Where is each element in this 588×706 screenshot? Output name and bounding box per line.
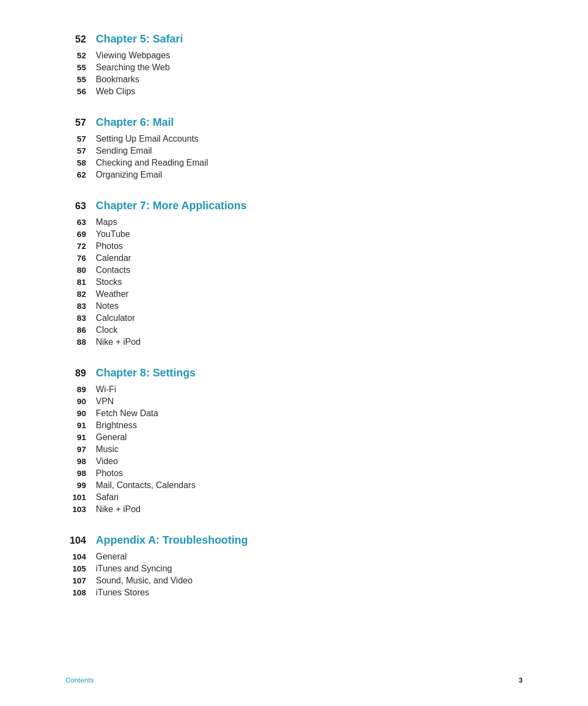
toc-item[interactable]: 107Sound, Music, and Video [65,576,523,586]
chapter-heading-label: Chapter 8: Settings [96,367,195,379]
toc-item[interactable]: 88Nike + iPod [65,337,523,347]
toc-item-page-number: 103 [65,504,86,514]
toc-item[interactable]: 55Searching the Web [65,63,523,72]
chapter-heading-label: Chapter 5: Safari [96,33,183,45]
toc-item[interactable]: 63Maps [65,217,523,227]
toc-item[interactable]: 97Music [65,445,523,454]
toc-item-label: Maps [96,217,117,227]
toc-item[interactable]: 86Clock [65,325,523,335]
toc-section-appendix-a: 104Appendix A: Troubleshooting104General… [65,534,523,598]
toc-item[interactable]: 69YouTube [65,229,523,239]
toc-item-page-number: 91 [65,433,86,442]
toc-item-label: Safari [96,492,119,502]
toc-item[interactable]: 56Web Clips [65,87,523,96]
toc-item-page-number: 99 [65,480,86,490]
chapter-heading-chapter-5[interactable]: 52Chapter 5: Safari [65,33,523,45]
toc-item-page-number: 83 [65,301,86,311]
toc-item-page-number: 83 [65,313,86,322]
toc-section-chapter-5: 52Chapter 5: Safari52Viewing Webpages55S… [65,33,523,96]
toc-item-label: Brightness [96,421,137,430]
toc-item[interactable]: 76Calendar [65,253,523,263]
toc-item[interactable]: 58Checking and Reading Email [65,158,523,168]
toc-item[interactable]: 98Video [65,457,523,466]
toc-item-label: Calculator [96,313,135,323]
chapter-page-number: 52 [65,34,86,45]
toc-item[interactable]: 91Brightness [65,421,523,430]
toc-item-label: General [96,433,127,442]
toc-item[interactable]: 62Organizing Email [65,170,523,180]
toc-item-page-number: 57 [65,146,86,155]
toc-item-page-number: 104 [65,552,86,561]
toc-item-label: Nike + iPod [96,504,140,514]
toc-item-page-number: 57 [65,134,86,143]
toc-item-label: Photos [96,241,123,251]
toc-item-label: Clock [96,325,118,335]
toc-item-label: YouTube [96,229,130,239]
toc-item-label: Checking and Reading Email [96,158,208,168]
toc-item-page-number: 69 [65,229,86,239]
toc-item[interactable]: 83Notes [65,301,523,311]
toc-item-label: iTunes Stores [96,588,149,598]
toc-item-page-number: 89 [65,385,86,394]
page-footer: Contents 3 [0,676,588,684]
toc-item[interactable]: 103Nike + iPod [65,504,523,514]
toc-item-page-number: 76 [65,253,86,263]
toc-item-label: Viewing Webpages [96,51,170,60]
toc-item[interactable]: 108iTunes Stores [65,588,523,598]
toc-item[interactable]: 104General [65,552,523,562]
toc-item-label: Fetch New Data [96,409,158,418]
toc-item[interactable]: 105iTunes and Syncing [65,564,523,574]
toc-item-label: Nike + iPod [96,337,140,347]
toc-item-label: Wi-Fi [96,385,116,394]
toc-item-label: iTunes and Syncing [96,564,172,574]
toc-item-label: Calendar [96,253,131,263]
toc-item[interactable]: 57Setting Up Email Accounts [65,134,523,144]
toc-item[interactable]: 80Contacts [65,265,523,275]
toc-item-label: Organizing Email [96,170,162,180]
toc-item[interactable]: 89Wi-Fi [65,385,523,394]
toc-item-page-number: 91 [65,421,86,430]
toc-item[interactable]: 90Fetch New Data [65,409,523,418]
toc-item[interactable]: 57Sending Email [65,146,523,156]
toc-item-label: Bookmarks [96,75,139,84]
toc-item-page-number: 98 [65,468,86,478]
toc-item[interactable]: 83Calculator [65,313,523,323]
toc-item-page-number: 58 [65,158,86,167]
chapter-heading-label: Chapter 6: Mail [96,116,174,129]
chapter-heading-chapter-8[interactable]: 89Chapter 8: Settings [65,367,523,379]
toc-item-page-number: 52 [65,51,86,60]
toc-item[interactable]: 90VPN [65,397,523,406]
toc-item-page-number: 98 [65,457,86,466]
toc-item-label: Web Clips [96,87,136,96]
toc-item-label: Weather [96,289,128,299]
toc-item[interactable]: 72Photos [65,241,523,251]
toc-item-page-number: 80 [65,265,86,275]
toc-item[interactable]: 99Mail, Contacts, Calendars [65,480,523,490]
toc-item-page-number: 56 [65,87,86,96]
toc-item-page-number: 63 [65,217,86,227]
chapter-heading-label: Chapter 7: More Applications [96,199,247,212]
toc-item-page-number: 108 [65,588,86,597]
toc-item[interactable]: 98Photos [65,468,523,478]
toc-item[interactable]: 101Safari [65,492,523,502]
toc-item[interactable]: 82Weather [65,289,523,299]
footer-page-number: 3 [519,676,523,684]
toc-item-label: Contacts [96,265,130,275]
toc-item[interactable]: 52Viewing Webpages [65,51,523,60]
toc-item-label: Video [96,457,118,466]
toc-item-page-number: 86 [65,325,86,334]
toc-item-page-number: 105 [65,564,86,573]
toc-item-label: Stocks [96,277,122,287]
chapter-heading-chapter-6[interactable]: 57Chapter 6: Mail [65,116,523,129]
chapter-heading-appendix-a[interactable]: 104Appendix A: Troubleshooting [65,534,523,546]
toc-section-chapter-7: 63Chapter 7: More Applications63Maps69Yo… [65,199,523,347]
toc-section-chapter-6: 57Chapter 6: Mail57Setting Up Email Acco… [65,116,523,180]
toc-item[interactable]: 55Bookmarks [65,75,523,84]
toc-item-page-number: 90 [65,397,86,406]
toc-item-label: Sending Email [96,146,152,156]
chapter-heading-chapter-7[interactable]: 63Chapter 7: More Applications [65,199,523,212]
toc-item[interactable]: 91General [65,433,523,442]
toc-item-page-number: 107 [65,576,86,585]
toc-item[interactable]: 81Stocks [65,277,523,287]
chapter-page-number: 57 [65,117,86,129]
